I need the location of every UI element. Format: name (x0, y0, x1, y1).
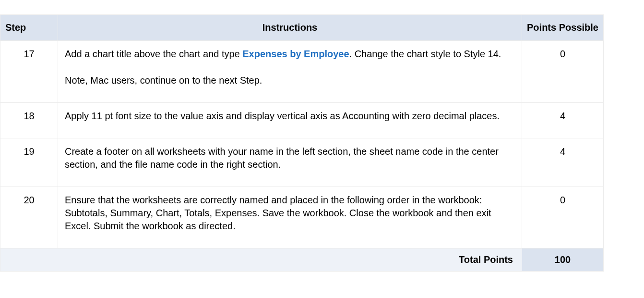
header-row: Step Instructions Points Possible (0, 15, 604, 41)
step-number: 17 (0, 41, 58, 103)
instr-bold: Expenses by Employee (242, 49, 349, 59)
total-label: Total Points (0, 248, 522, 272)
step-number: 19 (0, 138, 58, 187)
table-row: 17 Add a chart title above the chart and… (0, 41, 604, 103)
instruction-text: Ensure that the worksheets are correctly… (58, 187, 522, 248)
table-row: 18 Apply 11 pt font size to the value ax… (0, 103, 604, 138)
points-value: 0 (522, 187, 604, 248)
total-row: Total Points 100 (0, 248, 604, 272)
instr-note: Note, Mac users, continue on to the next… (65, 75, 262, 86)
header-step: Step (0, 15, 58, 41)
points-value: 0 (522, 41, 604, 103)
instr-part-b: . Change the chart style to Style 14. (349, 49, 501, 59)
instruction-text: Create a footer on all worksheets with y… (58, 138, 522, 187)
instruction-text: Apply 11 pt font size to the value axis … (58, 103, 522, 138)
points-value: 4 (522, 103, 604, 138)
instr-part-a: Add a chart title above the chart and ty… (65, 49, 242, 59)
header-points: Points Possible (522, 15, 604, 41)
table-row: 19 Create a footer on all worksheets wit… (0, 138, 604, 187)
total-value: 100 (522, 248, 604, 272)
table-row: 20 Ensure that the worksheets are correc… (0, 187, 604, 248)
step-number: 20 (0, 187, 58, 248)
points-value: 4 (522, 138, 604, 187)
instruction-text: Add a chart title above the chart and ty… (58, 41, 522, 103)
header-instructions: Instructions (58, 15, 522, 41)
step-number: 18 (0, 103, 58, 138)
instructions-table: Step Instructions Points Possible 17 Add… (0, 14, 604, 272)
